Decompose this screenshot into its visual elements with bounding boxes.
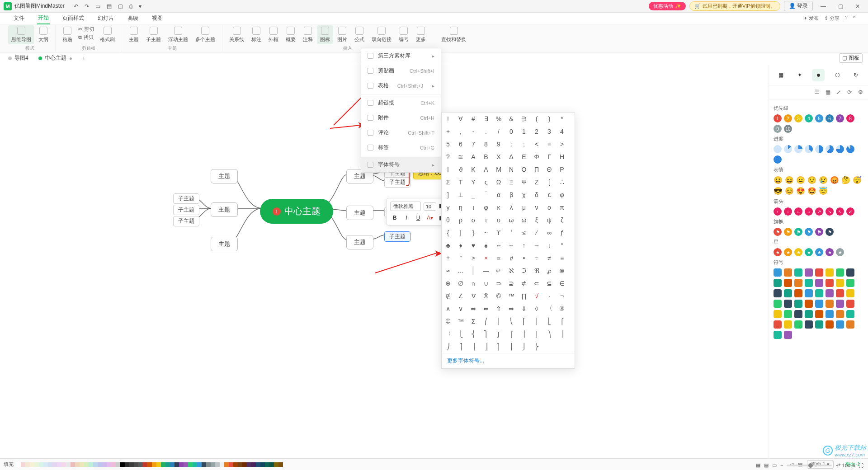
flag-icon[interactable]: ⚑ [805,228,813,236]
subtopic-node[interactable]: 子主题 [173,205,199,215]
symbol-cell[interactable]: Π [530,163,543,176]
callout-button[interactable]: 标注 [248,25,264,44]
symbol-cell[interactable]: T [454,176,467,188]
symbol-cell[interactable]: β [505,188,518,201]
symbol-icon[interactable] [826,300,834,308]
symbol-icon[interactable] [784,320,792,329]
symbol-icon[interactable] [815,268,823,277]
arrow-icon[interactable]: → [805,207,813,216]
symbol-cell[interactable]: λ [505,201,518,214]
symbol-cell[interactable]: ∉ [442,290,454,302]
symbol-cell[interactable]: │ [467,264,480,277]
symbol-cell[interactable]: ! [442,113,454,125]
star-icon[interactable]: ★ [836,248,844,256]
emotion-icon[interactable]: 😊 [785,187,794,195]
flag-icon[interactable]: ⚑ [784,228,792,236]
symbol-cell[interactable]: ∨ [454,302,467,315]
new-icon[interactable]: ▭ [95,3,100,9]
symbol-cell[interactable]: ℵ [505,264,518,277]
emotion-icon[interactable]: 🤔 [841,176,850,184]
symbol-cell[interactable]: ) [543,113,556,125]
symbol-cell[interactable]: ∃ [480,113,492,125]
symbol-cell[interactable]: ™ [454,315,467,328]
color-swatch[interactable] [197,462,202,467]
topic-node[interactable]: 主题 [211,169,238,183]
topic-node[interactable]: 主题 [211,237,238,251]
symbol-cell[interactable]: ′ [505,226,518,239]
symbol-cell[interactable]: ο [543,201,556,214]
symbol-cell[interactable]: ι [467,201,480,214]
emotion-icon[interactable]: 🤩 [807,187,816,195]
symbol-cell[interactable]: ⎧ [556,315,568,328]
mode-mindmap[interactable]: 思维导图 [8,25,34,44]
subtopic-node[interactable]: 子主题 [173,216,199,226]
color-swatch[interactable] [116,462,120,467]
symbol-icon[interactable] [836,279,844,287]
color-swatch[interactable] [80,462,84,467]
color-swatch[interactable] [43,462,48,467]
symbol-cell[interactable]: ◊ [530,302,543,315]
symbol-cell[interactable]: ≡ [556,252,568,264]
progress-icon[interactable] [774,145,782,153]
iconmark-button[interactable]: 图标 [317,25,333,44]
symbol-cell[interactable]: < [530,138,543,150]
symbol-cell[interactable]: ↵ [492,264,505,277]
symbol-icon[interactable] [784,268,792,277]
symbol-cell[interactable]: ⎠ [442,340,454,353]
menu-start[interactable]: 开始 [37,12,50,24]
symbol-cell[interactable]: ∝ [492,252,505,264]
progress-icon[interactable] [794,145,802,153]
emotion-icon[interactable]: 😍 [796,187,805,195]
tab-doc1[interactable]: 导图4 [5,53,31,63]
symbol-cell[interactable]: ν [530,201,543,214]
color-swatch[interactable] [152,462,156,467]
symbol-cell[interactable]: ⊇ [505,277,518,290]
topic-node[interactable]: 主题 [346,235,373,249]
symbol-icon[interactable] [774,300,782,308]
symbol-icon[interactable] [836,300,844,308]
symbol-icon[interactable] [815,320,823,329]
symbol-cell[interactable]: ℜ [530,264,543,277]
flag-icon[interactable]: ⚑ [794,228,802,236]
symbol-cell[interactable]: ∴ [556,176,568,188]
symbol-cell[interactable]: { [442,226,454,239]
color-swatch[interactable] [156,462,161,467]
symbol-cell[interactable]: Θ [543,163,556,176]
symbol-cell[interactable]: 6 [454,138,467,150]
symbol-cell[interactable]: . [480,125,492,138]
symbol-icon[interactable] [846,320,854,329]
symbol-cell[interactable]: 1 [518,125,530,138]
symbol-icon[interactable] [815,310,823,318]
font-size-select[interactable]: 10 [424,202,436,211]
symbol-cell[interactable]: } [467,226,480,239]
priority-icon[interactable]: 3 [794,114,802,122]
symbol-cell[interactable]: % [492,113,505,125]
symbol-cell[interactable]: 3 [543,125,556,138]
symbol-icon[interactable] [836,310,844,318]
menu-advanced[interactable]: 高级 [127,13,139,24]
priority-icon[interactable]: 10 [784,125,792,133]
color-swatch[interactable] [34,462,39,467]
symbol-cell[interactable]: ⎨ [467,328,480,340]
star-icon[interactable]: ★ [815,248,823,256]
priority-icon[interactable]: 4 [805,114,813,122]
panel-tab-style[interactable]: ✦ [793,69,806,81]
maximize-icon[interactable]: ▢ [834,3,847,9]
color-swatch[interactable] [138,462,143,467]
arrow-icon[interactable]: ← [794,207,802,216]
symbol-cell[interactable]: ⇓ [518,302,530,315]
dropdown-item[interactable]: 剪贴画Ctrl+Shift+I [361,63,441,78]
bilink-button[interactable]: 双向链接 [368,25,395,44]
symbol-cell[interactable]: # [467,113,480,125]
symbol-cell[interactable]: … [454,264,467,277]
symbol-cell[interactable]: ϒ [492,226,505,239]
flag-icon[interactable]: ⚑ [826,228,834,236]
add-tab-button[interactable]: + [80,54,88,62]
symbol-icon[interactable] [826,289,834,297]
symbol-cell[interactable]: ψ [543,214,556,226]
subtopic-node-selected[interactable]: 子主题 [384,231,410,242]
symbol-cell[interactable]: 9 [492,138,505,150]
emotion-icon[interactable]: 😢 [819,176,828,184]
symbol-cell[interactable]: I [442,163,454,176]
expand-icon[interactable]: ⤢ [835,88,843,96]
